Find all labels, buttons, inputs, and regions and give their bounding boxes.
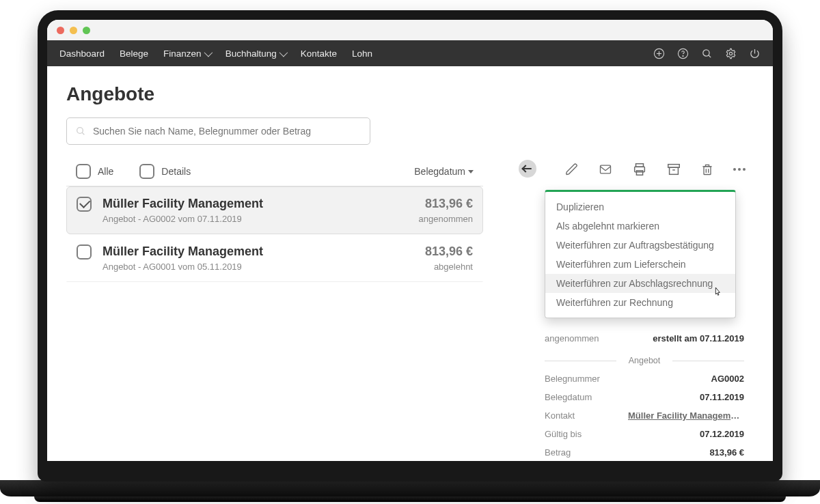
kv-val: AG0002 [711,374,744,384]
more-icon[interactable] [733,162,746,177]
page-title: Angebote [66,83,754,105]
search-box[interactable] [66,117,370,145]
print-icon[interactable] [632,162,647,177]
nav-finanzen[interactable]: Finanzen [163,48,210,59]
detail-panel: Duplizieren Als abgelehnt markieren Weit… [528,160,754,458]
kv-key: Gültig bis [545,429,582,439]
row-status: abgelehnt [425,262,473,272]
maximize-window-dot[interactable] [83,27,90,34]
row-sub: Angebot - AG0001 vom 05.11.2019 [102,262,263,272]
row-name: Müller Facility Management [102,197,263,211]
nav-belege[interactable]: Belege [120,48,148,59]
power-icon[interactable] [749,48,761,59]
svg-line-9 [82,132,84,135]
archive-icon[interactable] [666,162,681,177]
svg-rect-15 [670,167,679,174]
kv-key: Betrag [545,447,571,458]
back-button[interactable] [519,160,536,178]
svg-rect-13 [636,171,642,175]
laptop-base [0,480,820,496]
svg-point-5 [703,49,709,55]
nav-dashboard[interactable]: Dashboard [59,48,105,59]
menu-item[interactable]: Weiterführen zur Abschlagsrechnung [545,274,735,293]
list-header: Alle Details Belegdatum [66,160,483,186]
kv-val: 07.12.2019 [700,429,744,439]
row-amount: 813,96 € [425,244,473,259]
search-icon[interactable] [701,48,713,59]
add-icon[interactable] [653,48,665,59]
close-window-dot[interactable] [57,27,64,34]
menu-item[interactable]: Weiterführen zur Auftragsbestätigung [545,236,735,255]
kv-key: Kontakt [545,410,575,421]
svg-rect-10 [601,165,611,173]
cursor-icon [712,285,723,298]
help-icon[interactable] [677,48,689,59]
kv-key: Belegdatum [545,392,592,402]
row-amount: 813,96 € [419,197,474,211]
sort-toggle[interactable]: Belegdatum [414,166,474,177]
gear-icon[interactable] [725,48,737,59]
menu-item[interactable]: Weiterführen zum Lieferschein [545,255,735,274]
detail-status: angenommen [545,333,599,344]
top-nav: Dashboard Belege Finanzen Buchhaltung Ko… [47,40,773,66]
svg-line-6 [709,55,711,57]
nav-kontakte[interactable]: Kontakte [301,48,337,59]
row-checkbox[interactable] [77,244,92,260]
kv-val-link[interactable]: Müller Facility Managemen… [628,410,744,421]
trash-icon[interactable] [700,162,714,177]
svg-point-4 [683,55,683,56]
svg-point-7 [729,52,732,55]
chevron-down-icon [279,48,288,57]
minimize-window-dot[interactable] [70,27,77,34]
kv-key: Belegnummer [545,374,600,384]
row-checkbox[interactable] [77,197,92,212]
row-status: angenommen [419,214,474,224]
window-titlebar [47,20,773,40]
checkbox-details[interactable] [139,164,154,179]
nav-buchhaltung[interactable]: Buchhaltung [226,48,286,59]
list-row[interactable]: Müller Facility Management Angebot - AG0… [66,234,483,282]
menu-item[interactable]: Weiterführen zur Rechnung [545,293,735,312]
mail-icon[interactable] [598,162,613,177]
svg-rect-17 [704,167,711,175]
edit-icon[interactable] [565,162,579,177]
kv-val: 813,96 € [709,447,744,458]
row-sub: Angebot - AG0002 vom 07.11.2019 [102,214,263,224]
search-icon [75,126,86,137]
chevron-down-icon [204,48,213,57]
kv-val: 07.11.2019 [700,392,744,402]
search-input[interactable] [93,126,361,137]
chevron-down-icon [468,170,474,173]
row-name: Müller Facility Management [102,244,263,259]
detail-created: erstellt am 07.11.2019 [653,333,744,344]
svg-point-8 [77,128,83,134]
list-row[interactable]: Müller Facility Management Angebot - AG0… [66,186,483,234]
label-details: Details [161,166,191,177]
label-all: Alle [98,166,113,177]
section-label: Angebot [545,356,744,365]
menu-item[interactable]: Duplizieren [545,197,735,216]
checkbox-all[interactable] [76,164,91,179]
menu-item[interactable]: Als abgelehnt markieren [545,216,735,236]
more-menu: Duplizieren Als abgelehnt markieren Weit… [545,190,736,318]
nav-lohn[interactable]: Lohn [352,48,372,59]
sort-label: Belegdatum [414,166,465,177]
